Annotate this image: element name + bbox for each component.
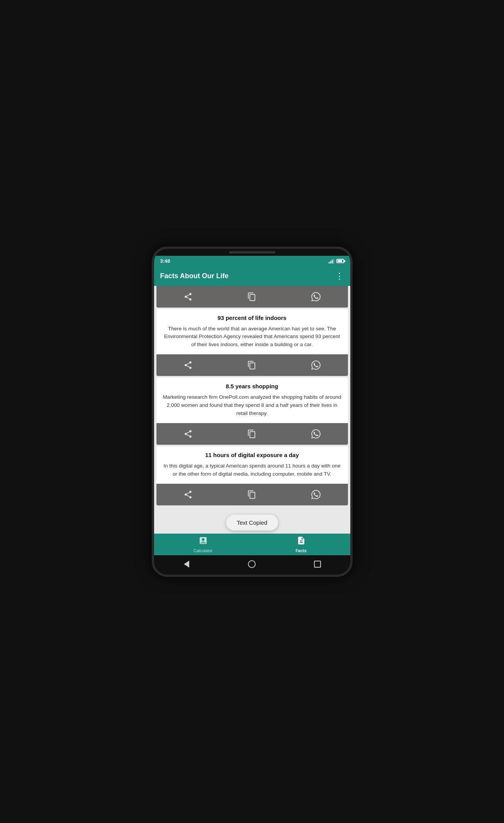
- phone-screen: 3:48 Facts About Our Life ⋮: [154, 256, 350, 555]
- copy-button-shopping[interactable]: [239, 428, 264, 440]
- whatsapp-button-indoor[interactable]: [304, 359, 328, 371]
- nav-buttons-bar: [154, 555, 350, 575]
- fact-card-indoor: 93 percent of life indoors There is much…: [156, 309, 348, 376]
- facts-icon: [297, 536, 306, 548]
- notch-bar: [229, 251, 275, 253]
- share-button-indoor[interactable]: [176, 359, 200, 371]
- share-button-top[interactable]: [176, 291, 200, 303]
- nav-calculator-label: Calculator: [193, 548, 213, 553]
- fact-body-indoor: There is much of the world that an avera…: [163, 325, 342, 349]
- whatsapp-icon-top: [311, 292, 321, 301]
- nav-item-facts[interactable]: Facts: [252, 534, 350, 555]
- whatsapp-icon-digital: [311, 490, 321, 499]
- fact-title-indoor: 93 percent of life indoors: [163, 315, 342, 321]
- share-icon-digital: [183, 490, 193, 499]
- whatsapp-icon-indoor: [311, 360, 321, 370]
- copy-button-digital[interactable]: [239, 488, 264, 501]
- status-bar: 3:48: [154, 256, 350, 267]
- share-icon-top: [183, 292, 193, 301]
- fact-title-digital: 11 hours of digital exposure a day: [163, 452, 342, 458]
- whatsapp-icon-shopping: [311, 429, 321, 439]
- action-bar-digital: [156, 484, 348, 505]
- whatsapp-button-digital[interactable]: [304, 488, 328, 501]
- status-time: 3:48: [160, 258, 170, 264]
- status-icons: [329, 259, 344, 264]
- back-button[interactable]: [181, 559, 192, 570]
- copy-button-indoor[interactable]: [239, 359, 264, 371]
- fact-content-indoor: 93 percent of life indoors There is much…: [156, 309, 348, 355]
- fact-title-shopping: 8.5 years shopping: [163, 383, 342, 389]
- phone-frame: 3:48 Facts About Our Life ⋮: [152, 247, 353, 577]
- fact-body-digital: In this digital age, a typical American …: [163, 462, 342, 478]
- nav-facts-label: Facts: [295, 548, 307, 553]
- copy-icon-shopping: [247, 429, 256, 439]
- fact-content-digital: 11 hours of digital exposure a day In th…: [156, 446, 348, 484]
- copy-button-top[interactable]: [239, 291, 264, 303]
- action-bar-shopping: [156, 423, 348, 445]
- svg-rect-2: [332, 260, 333, 264]
- svg-rect-1: [330, 261, 331, 264]
- nav-item-calculator[interactable]: Calculator: [154, 534, 252, 555]
- fact-card-digital: 11 hours of digital exposure a day In th…: [156, 446, 348, 505]
- back-triangle-icon: [184, 561, 189, 568]
- fact-card-shopping: 8.5 years shopping Marketing research fi…: [156, 377, 348, 445]
- share-button-shopping[interactable]: [176, 428, 200, 440]
- recents-button[interactable]: [312, 559, 323, 570]
- share-icon-indoor: [183, 360, 193, 370]
- calculator-svg: [199, 536, 208, 545]
- share-icon-shopping: [183, 429, 193, 439]
- svg-rect-5: [202, 542, 204, 543]
- fact-body-shopping: Marketing research firm OnePoll.com anal…: [163, 393, 342, 418]
- action-bar-indoor: [156, 354, 348, 376]
- svg-rect-6: [204, 542, 205, 543]
- recents-square-icon: [314, 561, 321, 568]
- home-circle-icon: [248, 560, 256, 568]
- scroll-content: 93 percent of life indoors There is much…: [154, 286, 350, 534]
- more-options-button[interactable]: ⋮: [335, 271, 344, 281]
- svg-rect-0: [329, 262, 330, 264]
- home-button[interactable]: [246, 559, 257, 570]
- bottom-nav: Calculator Facts: [154, 534, 350, 555]
- partial-action-bar-top: [156, 286, 348, 308]
- calculator-icon: [199, 536, 208, 548]
- signal-icon: [329, 259, 334, 264]
- toast-text-copied: Text Copied: [226, 515, 278, 531]
- copy-icon-top: [247, 292, 256, 301]
- fact-content-shopping: 8.5 years shopping Marketing research fi…: [156, 377, 348, 423]
- whatsapp-button-top[interactable]: [304, 291, 328, 303]
- app-bar: Facts About Our Life ⋮: [154, 267, 350, 286]
- svg-rect-3: [333, 259, 334, 264]
- copy-icon-digital: [247, 490, 256, 499]
- facts-svg: [297, 536, 306, 545]
- share-button-digital[interactable]: [176, 488, 200, 501]
- svg-rect-4: [201, 542, 202, 543]
- copy-icon-indoor: [247, 360, 256, 370]
- battery-icon: [336, 259, 344, 263]
- whatsapp-button-shopping[interactable]: [304, 428, 328, 440]
- phone-notch: [154, 249, 350, 256]
- app-title: Facts About Our Life: [160, 272, 229, 280]
